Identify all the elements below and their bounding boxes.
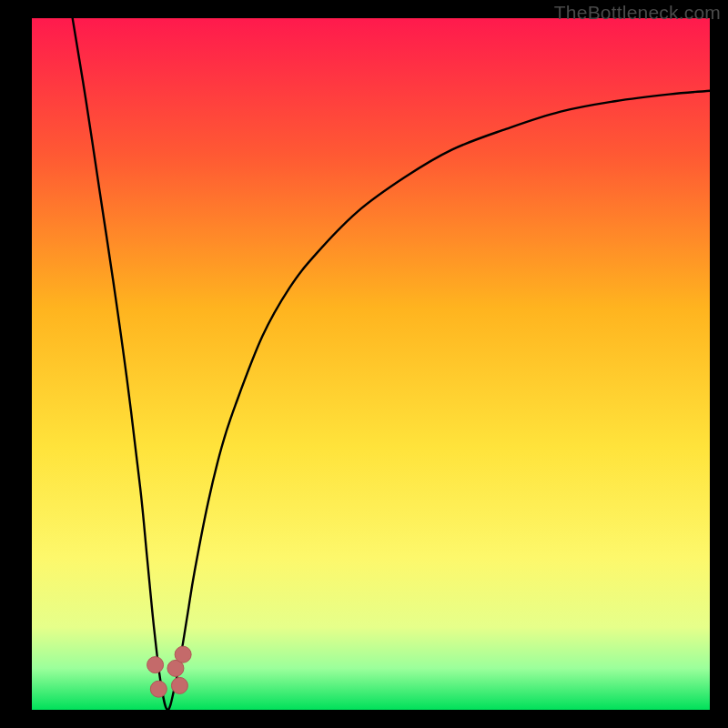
marker-left-cluster-2 — [150, 681, 167, 697]
marker-right-cluster-3 — [175, 646, 191, 662]
chart-container: TheBottleneck.com — [0, 0, 728, 728]
curve-layer — [32, 18, 710, 710]
data-markers — [147, 646, 192, 697]
bottleneck-curve — [73, 18, 710, 710]
marker-right-cluster-2 — [171, 677, 187, 693]
plot-area — [32, 18, 710, 710]
marker-left-cluster-1 — [147, 657, 164, 673]
watermark-text: TheBottleneck.com — [554, 2, 721, 24]
